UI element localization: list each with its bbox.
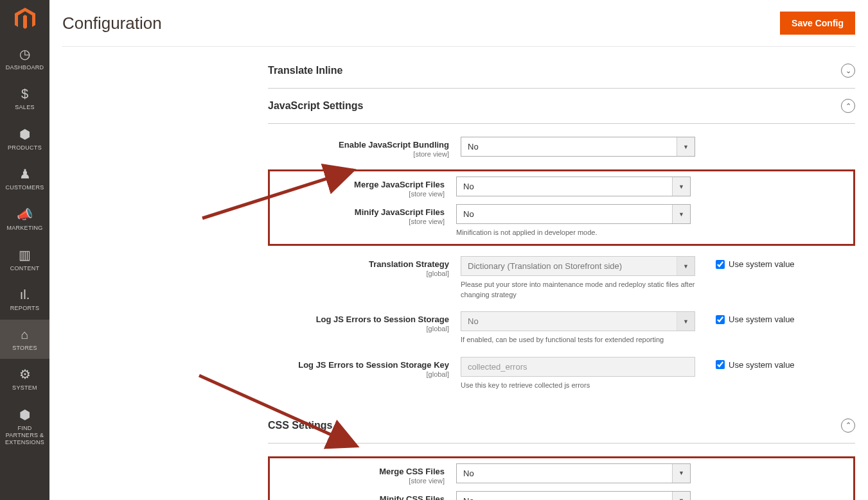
field-scope: [store view]	[276, 190, 445, 198]
save-config-button[interactable]: Save Config	[780, 12, 855, 35]
cube-icon: ⬢	[19, 126, 30, 142]
sidebar-item-content[interactable]: ▥CONTENT	[0, 239, 49, 280]
dashboard-icon: ◷	[19, 46, 30, 62]
caret-down-icon: ▼	[677, 137, 695, 156]
checkbox-use-system-log-errors[interactable]: Use system value	[716, 315, 795, 324]
caret-down-icon: ▼	[677, 257, 695, 275]
sidebar-item-dashboard[interactable]: ◷DASHBOARD	[0, 39, 49, 79]
chevron-up-icon: ⌃	[841, 418, 855, 433]
caret-down-icon: ▼	[672, 205, 690, 223]
checkbox-use-system-log-key[interactable]: Use system value	[716, 360, 795, 370]
field-label: Translation Strategy	[369, 259, 449, 269]
sidebar-item-products[interactable]: ⬢PRODUCTS	[0, 119, 49, 159]
partners-icon: ⬢	[19, 407, 30, 422]
field-js-merge: Merge JavaScript Files [store view] No ▼	[276, 177, 847, 198]
sidebar-item-partners[interactable]: ⬢FIND PARTNERS & EXTENSIONS	[0, 399, 49, 453]
section-translate-title: Translate Inline	[268, 65, 342, 76]
field-js-bundling: Enable JavaScript Bundling [store view] …	[268, 137, 855, 158]
sidebar-item-stores[interactable]: ⌂STORES	[0, 320, 49, 359]
field-label: Merge CSS Files	[379, 467, 445, 476]
store-icon: ⌂	[21, 327, 28, 342]
caret-down-icon: ▼	[677, 312, 695, 331]
chart-icon: ıl.	[20, 288, 30, 302]
select-js-log-errors: No ▼	[461, 311, 695, 331]
caret-down-icon: ▼	[672, 177, 690, 196]
sidebar-item-customers[interactable]: ♟CUSTOMERS	[0, 159, 49, 199]
field-js-log-errors: Log JS Errors to Session Storage [global…	[268, 311, 855, 345]
sidebar-item-sales[interactable]: $SALES	[0, 79, 49, 119]
section-js-title: JavaScript Settings	[268, 100, 364, 112]
gear-icon: ⚙	[19, 366, 31, 382]
field-label: Minify CSS Files	[380, 494, 445, 500]
highlight-js-box: Merge JavaScript Files [store view] No ▼…	[268, 169, 855, 246]
checkbox-input[interactable]	[716, 315, 725, 324]
field-label: Enable JavaScript Bundling	[339, 140, 449, 150]
field-js-log-key: Log JS Errors to Session Storage Key [gl…	[268, 357, 855, 390]
select-js-merge[interactable]: No ▼	[456, 177, 691, 196]
field-label: Minify JavaScript Files	[355, 207, 445, 217]
field-scope: [global]	[274, 325, 449, 332]
checkbox-input[interactable]	[716, 360, 725, 369]
sidebar-item-marketing[interactable]: 📣MARKETING	[0, 199, 49, 239]
sidebar-item-reports[interactable]: ıl.REPORTS	[0, 280, 49, 320]
field-scope: [store view]	[274, 150, 449, 158]
dollar-icon: $	[21, 87, 28, 101]
select-css-minify[interactable]: No ▼	[456, 491, 691, 500]
caret-down-icon: ▼	[672, 464, 690, 483]
section-js-body: Enable JavaScript Bundling [store view] …	[268, 124, 855, 408]
field-scope: [global]	[274, 370, 449, 378]
field-help: Use this key to retrieve collected js er…	[461, 381, 695, 390]
field-scope: [store view]	[276, 477, 445, 485]
field-js-minify: Minify JavaScript Files [store view] No …	[276, 204, 847, 237]
checkbox-use-system-translation[interactable]: Use system value	[716, 259, 795, 269]
select-js-minify[interactable]: No ▼	[456, 204, 691, 224]
section-translate-header[interactable]: Translate Inline ⌄	[268, 53, 855, 89]
megaphone-icon: 📣	[17, 207, 33, 222]
page-title: Configuration	[62, 13, 162, 33]
section-js-header[interactable]: JavaScript Settings ⌃	[268, 89, 855, 124]
section-css-header[interactable]: CSS Settings ⌃	[268, 408, 855, 444]
magento-logo[interactable]	[0, 0, 49, 39]
highlight-css-box: Merge CSS Files [store view] No ▼ Minify…	[268, 456, 855, 500]
chevron-up-icon: ⌃	[841, 99, 855, 113]
chevron-down-icon: ⌄	[841, 64, 855, 78]
admin-sidebar: ◷DASHBOARD $SALES ⬢PRODUCTS ♟CUSTOMERS 📣…	[0, 0, 49, 500]
field-css-minify: Minify CSS Files [store view] No ▼ Minif…	[276, 491, 847, 500]
section-css-body: Merge CSS Files [store view] No ▼ Minify…	[268, 444, 855, 500]
field-label: Merge JavaScript Files	[354, 180, 445, 189]
field-help: If enabled, can be used by functional te…	[461, 335, 695, 345]
caret-down-icon: ▼	[672, 492, 690, 500]
field-scope: [global]	[274, 270, 449, 277]
section-css-title: CSS Settings	[268, 420, 332, 431]
page-header: Configuration Save Config	[62, 0, 855, 47]
field-help: Minification is not applied in developer…	[456, 228, 691, 237]
input-js-log-key	[461, 357, 695, 377]
sidebar-item-system[interactable]: ⚙SYSTEM	[0, 359, 49, 399]
select-js-translation: Dictionary (Translation on Storefront si…	[461, 256, 695, 276]
select-css-merge[interactable]: No ▼	[456, 463, 691, 483]
field-label: Log JS Errors to Session Storage	[316, 315, 449, 324]
field-js-translation: Translation Strategy [global] Dictionary…	[268, 256, 855, 300]
checkbox-input[interactable]	[716, 260, 725, 269]
field-css-merge: Merge CSS Files [store view] No ▼	[276, 463, 847, 485]
field-help: Please put your store into maintenance m…	[461, 280, 695, 300]
field-label: Log JS Errors to Session Storage Key	[298, 360, 449, 370]
select-js-bundling[interactable]: No ▼	[461, 137, 695, 157]
layout-icon: ▥	[19, 247, 31, 263]
field-scope: [store view]	[276, 218, 445, 225]
person-icon: ♟	[19, 166, 31, 182]
